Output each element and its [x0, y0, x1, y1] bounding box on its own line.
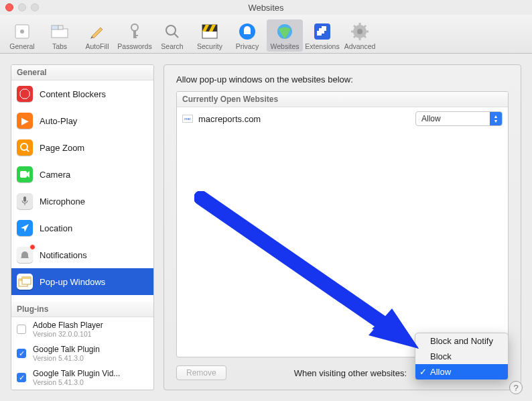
- site-name: macreports.com: [198, 114, 410, 124]
- sidebar-list: Content Blockers ▶Auto-Play Page Zoom Ca…: [11, 80, 153, 302]
- websites-icon: [275, 22, 294, 41]
- toolbar-item-search[interactable]: Search: [154, 19, 190, 52]
- sidebar-header-general: General: [11, 65, 153, 80]
- location-icon: [17, 220, 33, 236]
- main-panel: Allow pop-up windows on the websites bel…: [163, 64, 521, 390]
- titlebar: Websites: [0, 0, 532, 15]
- row-permission-select[interactable]: Allow ▲▼: [415, 111, 503, 126]
- content-area: General Content Blockers ▶Auto-Play Page…: [0, 54, 532, 401]
- toolbar-item-security[interactable]: Security: [192, 19, 228, 52]
- sidebar-item-location[interactable]: Location: [11, 215, 153, 241]
- select-arrows-icon: ▲▼: [490, 112, 502, 125]
- svg-line-30: [364, 25, 366, 27]
- security-icon: [200, 22, 219, 41]
- svg-marker-38: [21, 224, 29, 232]
- toolbar-item-extensions[interactable]: Extensions: [304, 19, 340, 52]
- svg-rect-4: [58, 25, 63, 30]
- svg-point-5: [131, 24, 138, 31]
- toolbar-item-advanced[interactable]: Advanced: [342, 19, 378, 52]
- svg-marker-31: [20, 89, 29, 99]
- svg-line-33: [26, 149, 29, 152]
- general-icon: [13, 22, 31, 41]
- plugin-row-googletalk-video[interactable]: ✓Google Talk Plugin Vid...Version 5.41.3…: [11, 365, 153, 390]
- sidebar-item-microphone[interactable]: Microphone: [11, 188, 153, 215]
- svg-line-28: [364, 36, 366, 38]
- extensions-icon: [313, 22, 332, 41]
- main-header: Allow pop-up windows on the websites bel…: [176, 74, 509, 84]
- toolbar-item-websites[interactable]: Websites: [267, 19, 303, 52]
- toolbar-item-privacy[interactable]: Privacy: [229, 19, 265, 52]
- table-row[interactable]: mac macreports.com Allow ▲▼: [177, 107, 508, 130]
- sidebar-item-content-blockers[interactable]: Content Blockers: [11, 80, 153, 107]
- passwords-icon: [125, 22, 144, 41]
- microphone-icon: [17, 193, 33, 209]
- plugin-row-googletalk[interactable]: ✓Google Talk PluginVersion 5.41.3.0: [11, 341, 153, 365]
- svg-rect-2: [52, 29, 68, 38]
- svg-rect-8: [133, 37, 137, 38]
- camera-icon: [17, 166, 33, 182]
- svg-point-22: [357, 29, 362, 34]
- svg-line-29: [354, 36, 356, 38]
- plugin-checkbox[interactable]: ✓: [17, 349, 26, 358]
- plugin-checkbox[interactable]: ✓: [17, 373, 26, 382]
- window-title: Websites: [0, 3, 532, 13]
- svg-rect-36: [23, 196, 26, 202]
- permission-dropdown-menu: Block and Notify Block Allow: [415, 333, 509, 380]
- advanced-icon: [350, 22, 369, 41]
- autofill-icon: [88, 22, 107, 41]
- svg-point-9: [166, 25, 176, 35]
- menu-item-allow[interactable]: Allow: [415, 364, 508, 380]
- sidebar-item-notifications[interactable]: Notifications: [11, 241, 153, 268]
- sidebar-item-page-zoom[interactable]: Page Zoom: [11, 134, 153, 161]
- remove-button[interactable]: Remove: [176, 365, 226, 380]
- svg-rect-3: [52, 25, 58, 30]
- plugin-checkbox[interactable]: [17, 325, 26, 334]
- search-icon: [163, 22, 182, 41]
- svg-point-1: [20, 30, 24, 34]
- preferences-toolbar: General Tabs AutoFill Passwords Search S…: [0, 15, 532, 54]
- svg-rect-42: [22, 277, 31, 279]
- toolbar-item-general[interactable]: General: [4, 19, 40, 52]
- svg-line-27: [354, 25, 356, 27]
- toolbar-item-tabs[interactable]: Tabs: [42, 19, 78, 52]
- other-websites-label: When visiting other websites:: [294, 368, 407, 378]
- svg-line-10: [174, 34, 178, 38]
- svg-rect-7: [133, 35, 138, 36]
- play-icon: ▶: [17, 113, 33, 129]
- site-favicon-icon: mac: [182, 115, 193, 123]
- toolbar-item-passwords[interactable]: Passwords: [117, 19, 153, 52]
- help-button[interactable]: ?: [509, 381, 523, 394]
- tabs-icon: [50, 22, 69, 41]
- svg-rect-34: [20, 171, 27, 178]
- toolbar-item-autofill[interactable]: AutoFill: [79, 19, 115, 52]
- menu-item-block[interactable]: Block: [415, 349, 508, 364]
- privacy-icon: [238, 22, 257, 41]
- windows-icon: [17, 274, 33, 290]
- sidebar-item-auto-play[interactable]: ▶Auto-Play: [11, 107, 153, 134]
- sidebar-header-plugins: Plug-ins: [11, 302, 153, 317]
- sidebar-item-popup-windows[interactable]: Pop-up Windows: [11, 268, 153, 295]
- svg-marker-35: [27, 171, 29, 178]
- plugin-row-flash[interactable]: Adobe Flash PlayerVersion 32.0.0.101: [11, 317, 153, 341]
- stop-icon: [17, 86, 33, 102]
- websites-table: Currently Open Websites mac macreports.c…: [176, 91, 509, 357]
- zoom-icon: [17, 139, 33, 156]
- websites-sidebar: General Content Blockers ▶Auto-Play Page…: [11, 64, 154, 390]
- notifications-icon: [17, 247, 33, 263]
- panel-footer: Remove When visiting other websites: All…: [176, 365, 509, 380]
- sidebar-item-camera[interactable]: Camera: [11, 161, 153, 188]
- menu-item-block-and-notify[interactable]: Block and Notify: [415, 333, 508, 349]
- table-header: Currently Open Websites: [177, 92, 508, 107]
